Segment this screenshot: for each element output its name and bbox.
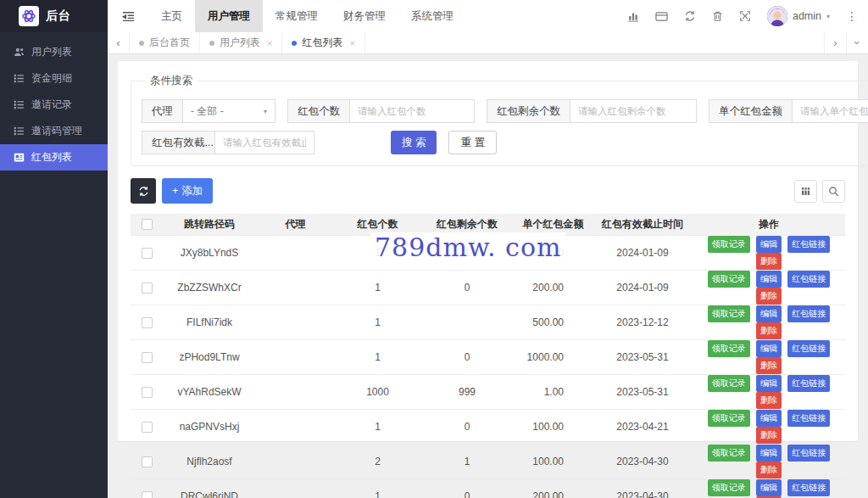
sidebar-item-label: 资金明细 (31, 71, 72, 86)
edit-button[interactable]: 编辑 (756, 445, 782, 462)
sidebar-item-label: 邀请码管理 (31, 124, 82, 138)
topnav-item-home[interactable]: 主页 (148, 0, 195, 32)
cell-remain: 1 (420, 444, 514, 478)
row-checkbox[interactable] (142, 248, 153, 259)
columns-button[interactable] (794, 180, 817, 203)
reset-button[interactable]: 重 置 (448, 131, 496, 154)
deadline-label: 红包有效截... (142, 131, 214, 154)
cell-agent (256, 235, 335, 270)
sidebar-item-redpacket-list[interactable]: 红包列表 (0, 144, 108, 171)
claim-records-button[interactable]: 领取记录 (708, 410, 750, 427)
sidebar-item-invite-records[interactable]: 邀请记录 (0, 92, 108, 118)
row-checkbox[interactable] (142, 387, 153, 398)
select-all-checkbox[interactable] (142, 219, 153, 230)
claim-records-button[interactable]: 领取记录 (708, 479, 750, 496)
cell-deadline: 2023-05-31 (593, 374, 693, 409)
cell-remain: 0 (420, 270, 514, 305)
tab-close-icon[interactable]: × (349, 38, 354, 48)
redpacket-link-button[interactable]: 红包链接 (787, 236, 830, 253)
cell-amount: 100.00 (514, 409, 593, 444)
cell-code: DRCwl6riND (163, 478, 256, 498)
redpacket-link-button[interactable]: 红包链接 (787, 271, 830, 288)
row-checkbox[interactable] (142, 456, 153, 467)
redpacket-link-button[interactable]: 红包链接 (787, 445, 830, 462)
amount-input[interactable] (792, 99, 868, 123)
cell-count: 1 (335, 270, 420, 305)
claim-records-button[interactable]: 领取记录 (708, 236, 750, 253)
tabbar: ‹ 后台首页 用户列表 × 红包列表 × › › (108, 32, 868, 54)
edit-button[interactable]: 编辑 (756, 375, 782, 392)
row-checkbox[interactable] (142, 352, 153, 363)
claim-records-button[interactable]: 领取记录 (708, 375, 750, 392)
list-icon (13, 73, 25, 84)
deadline-input[interactable] (214, 131, 314, 154)
trash-icon[interactable] (712, 10, 723, 22)
cell-agent (256, 409, 335, 444)
count-input[interactable] (349, 99, 475, 123)
amount-filter-group: 单个红包金额 (709, 99, 868, 123)
row-checkbox[interactable] (142, 422, 153, 433)
delete-button[interactable]: 删除 (756, 253, 782, 270)
delete-button[interactable]: 删除 (756, 357, 782, 374)
edit-button[interactable]: 编辑 (756, 410, 782, 427)
tab-user-list[interactable]: 用户列表 × (200, 32, 282, 53)
edit-button[interactable]: 编辑 (756, 305, 782, 322)
tab-dashboard[interactable]: 后台首页 (130, 32, 200, 53)
tabs-scroll-left-icon[interactable]: ‹ (108, 32, 130, 53)
tab-dot-icon (139, 41, 144, 46)
cell-remain: 0 (420, 339, 514, 374)
redpacket-link-button[interactable]: 红包链接 (787, 479, 830, 496)
chart-icon[interactable] (627, 10, 639, 22)
delete-button[interactable]: 删除 (756, 288, 782, 305)
search-button[interactable]: 搜 索 (391, 131, 437, 154)
tab-close-icon[interactable]: × (267, 38, 272, 48)
fullscreen-icon[interactable] (739, 10, 751, 22)
card-icon[interactable] (655, 10, 668, 23)
sidebar-item-user-list[interactable]: 用户列表 (0, 39, 108, 65)
tabs-menu-icon[interactable]: › (846, 32, 868, 53)
cell-agent (256, 270, 335, 305)
row-checkbox[interactable] (142, 491, 153, 498)
agent-select-value: - 全部 - (191, 104, 224, 119)
filter-legend: 条件搜索 (145, 74, 198, 88)
remain-input[interactable] (570, 99, 697, 123)
refresh-button[interactable] (131, 178, 156, 204)
topnav-item-user-mgmt[interactable]: 用户管理 (195, 0, 263, 32)
claim-records-button[interactable]: 领取记录 (708, 445, 750, 462)
claim-records-button[interactable]: 领取记录 (708, 340, 750, 357)
redpacket-link-button[interactable]: 红包链接 (787, 305, 830, 322)
row-checkbox[interactable] (142, 283, 153, 294)
table-search-button[interactable] (822, 180, 845, 203)
redpacket-link-button[interactable]: 红包链接 (787, 410, 830, 427)
topnav-item-general-mgmt[interactable]: 常规管理 (263, 0, 331, 32)
delete-button[interactable]: 删除 (756, 322, 782, 339)
sidebar-item-fund-details[interactable]: 资金明细 (0, 65, 108, 92)
claim-records-button[interactable]: 领取记录 (708, 305, 750, 322)
tab-redpacket-list[interactable]: 红包列表 × (282, 32, 364, 53)
sidebar-toggle-icon[interactable] (108, 0, 148, 32)
sidebar-item-label: 邀请记录 (31, 98, 72, 112)
edit-button[interactable]: 编辑 (756, 271, 782, 288)
user-menu[interactable]: admin ▾ (767, 6, 830, 26)
redpacket-link-button[interactable]: 红包链接 (787, 375, 830, 392)
claim-records-button[interactable]: 领取记录 (708, 271, 750, 288)
kebab-menu-icon[interactable]: ⋮ (846, 9, 858, 23)
sidebar-item-invite-code-mgmt[interactable]: 邀请码管理 (0, 118, 108, 144)
edit-button[interactable]: 编辑 (756, 340, 782, 357)
edit-button[interactable]: 编辑 (756, 236, 782, 253)
cell-remain: 0 (420, 478, 514, 498)
users-icon (13, 47, 25, 58)
agent-select[interactable]: - 全部 - ▾ (182, 99, 275, 123)
row-checkbox[interactable] (142, 317, 153, 328)
topnav-item-finance-mgmt[interactable]: 财务管理 (331, 0, 398, 32)
delete-button[interactable]: 删除 (756, 427, 782, 444)
delete-button[interactable]: 删除 (756, 462, 782, 478)
tab-label: 用户列表 (220, 36, 260, 50)
topnav-item-system-mgmt[interactable]: 系统管理 (398, 0, 466, 32)
refresh-icon[interactable] (684, 10, 696, 22)
delete-button[interactable]: 删除 (756, 392, 782, 409)
edit-button[interactable]: 编辑 (756, 479, 782, 496)
redpacket-link-button[interactable]: 红包链接 (787, 340, 830, 357)
tabs-scroll-right-icon[interactable]: › (824, 32, 846, 53)
add-button[interactable]: + 添加 (162, 178, 213, 204)
